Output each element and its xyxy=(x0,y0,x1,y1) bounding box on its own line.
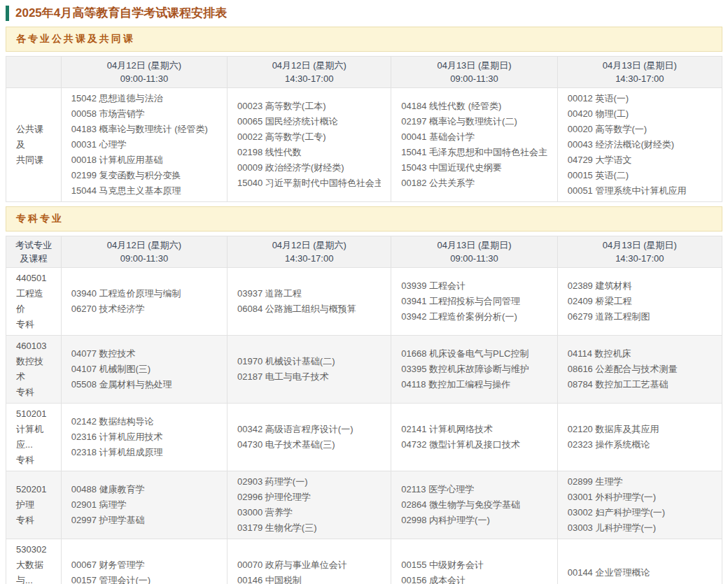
course-cell: 02389 建筑材料02409 桥梁工程06279 道路工程制图 xyxy=(557,268,722,336)
header-date-line: 04月12日 (星期六) xyxy=(64,59,224,72)
course-item: 02998 内科护理学(一) xyxy=(401,513,547,528)
course-item: 00031 心理学 xyxy=(71,137,217,152)
table-row: 510201计算机应...专科02142 数据结构导论02316 计算机应用技术… xyxy=(6,404,722,471)
course-item: 04184 线性代数 (经管类) xyxy=(401,99,547,114)
table-row: 440501工程造价专科03940 工程造价原理与编制06270 技术经济学03… xyxy=(6,268,722,336)
header-date-line: 04月12日 (星期六) xyxy=(64,238,224,252)
row-label-line: 共同课 xyxy=(16,152,51,168)
course-item: 06279 道路工程制图 xyxy=(568,309,712,325)
date-column-header: 04月13日 (星期日)14:30-17:00 xyxy=(557,57,722,88)
course-item: 04729 大学语文 xyxy=(568,152,712,168)
table-row: 520201护理专科00488 健康教育学02901 病理学02997 护理学基… xyxy=(6,471,722,539)
header-time-line: 14:30-17:00 xyxy=(561,252,719,265)
course-item: 00009 政治经济学(财经类) xyxy=(237,160,381,176)
course-cell: 00012 英语(一)00420 物理(工)00020 高等数学(一)00043… xyxy=(557,88,722,202)
header-time-line: 14:30-17:00 xyxy=(561,72,719,85)
course-item: 15041 毛泽东思想和中国特色社会主义理论... xyxy=(401,145,547,160)
header-time-line xyxy=(9,72,58,85)
course-item: 02120 数据库及其应用 xyxy=(568,422,712,437)
course-item: 02199 复变函数与积分变换 xyxy=(71,168,217,183)
section-band: 各专业公共课及共同课 xyxy=(6,27,722,52)
course-item: 02197 概率论与数理统计(二) xyxy=(401,114,547,129)
course-cell: 00144 企业管理概论 xyxy=(557,539,722,584)
table-row: 460103数控技术专科04077 数控技术04107 机械制图(三)05508… xyxy=(6,336,722,404)
course-item: 08616 公差配合与技术测量 xyxy=(568,362,712,377)
course-item: 02864 微生物学与免疫学基础 xyxy=(401,497,547,513)
date-column-header: 04月13日 (星期日)09:00-11:30 xyxy=(391,57,557,88)
course-cell: 04077 数控技术04107 机械制图(三)05508 金属材料与热处理 xyxy=(61,336,227,404)
date-column-header: 04月13日 (星期日)09:00-11:30 xyxy=(391,236,557,268)
course-cell: 00023 高等数学(工本)00065 国民经济统计概论00022 高等数学(工… xyxy=(227,88,391,202)
course-item: 00144 企业管理概论 xyxy=(568,565,712,581)
course-item: 00156 成本会计 xyxy=(401,573,547,584)
header-date-line: 04月12日 (星期六) xyxy=(230,59,388,72)
row-label-line: 工程造价 xyxy=(16,286,51,317)
date-column-header: 04月12日 (星期六)09:00-11:30 xyxy=(61,57,227,88)
header-time-line: 09:00-11:30 xyxy=(394,72,554,85)
course-item: 03941 工程招投标与合同管理 xyxy=(401,294,547,309)
course-item: 02409 桥梁工程 xyxy=(568,294,712,309)
exam-schedule-page: 2025年4月高等教育自学考试课程安排表 各专业公共课及共同课 04月12日 (… xyxy=(0,0,728,584)
header-time-line: 09:00-11:30 xyxy=(64,252,224,265)
course-item: 03942 工程造价案例分析(一) xyxy=(401,309,547,325)
course-item: 15040 习近平新时代中国特色社会主义思想... xyxy=(237,176,381,191)
course-item: 00146 中国税制 xyxy=(237,573,381,584)
course-item: 03940 工程造价原理与编制 xyxy=(71,286,217,301)
course-item: 02996 护理伦理学 xyxy=(237,490,381,505)
course-item: 04114 数控机床 xyxy=(568,346,712,362)
course-item: 00018 计算机应用基础 xyxy=(71,152,217,168)
course-cell: 04184 线性代数 (经管类)02197 概率论与数理统计(二)00041 基… xyxy=(391,88,557,202)
course-item: 02113 医学心理学 xyxy=(401,482,547,497)
course-item: 02903 药理学(一) xyxy=(237,474,381,490)
row-label-line: 510201 xyxy=(16,406,51,422)
course-item: 04732 微型计算机及接口技术 xyxy=(401,437,547,453)
course-item: 05508 金属材料与热处理 xyxy=(71,377,217,392)
page-header: 2025年4月高等教育自学考试课程安排表 xyxy=(6,0,722,23)
row-label-line: 460103 xyxy=(16,339,51,354)
header-time-line: 14:30-17:00 xyxy=(230,72,388,85)
sections-container: 各专业公共课及共同课 04月12日 (星期六)09:00-11:3004月12日… xyxy=(6,27,722,584)
course-item: 00067 财务管理学 xyxy=(71,557,217,573)
schedule-table: 04月12日 (星期六)09:00-11:3004月12日 (星期六)14:30… xyxy=(6,56,722,202)
course-cell: 02141 计算机网络技术04732 微型计算机及接口技术 xyxy=(391,404,557,471)
course-item: 00070 政府与事业单位会计 xyxy=(237,557,381,573)
course-item: 00155 中级财务会计 xyxy=(401,557,547,573)
course-item: 02316 计算机应用技术 xyxy=(71,429,217,445)
course-item: 04183 概率论与数理统计 (经管类) xyxy=(71,122,217,137)
course-item: 00012 英语(一) xyxy=(568,91,712,106)
header-time-line: 09:00-11:30 xyxy=(64,72,224,85)
page-title: 2025年4月高等教育自学考试课程安排表 xyxy=(15,5,227,21)
course-item: 02997 护理学基础 xyxy=(71,513,217,528)
course-item: 15044 马克思主义基本原理 xyxy=(71,183,217,199)
course-item: 00051 管理系统中计算机应用 xyxy=(568,183,712,199)
course-item: 04730 电子技术基础(三) xyxy=(237,437,381,453)
course-item: 04107 机械制图(三) xyxy=(71,362,217,377)
header-date-line: 04月13日 (星期日) xyxy=(394,238,554,252)
row-label: 520201护理专科 xyxy=(6,471,62,539)
row-label-line: 530302 xyxy=(16,542,51,557)
row-label-line: 计算机应... xyxy=(16,422,51,453)
row-label-line: 520201 xyxy=(16,482,51,497)
header-date-line: 04月12日 (星期六) xyxy=(230,238,388,252)
header-row: 04月12日 (星期六)09:00-11:3004月12日 (星期六)14:30… xyxy=(6,57,722,88)
table-row: 530302大数据与...专科00067 财务管理学00157 管理会计(一)0… xyxy=(6,539,722,584)
table-row: 公共课及共同课15042 思想道德与法治00058 市场营销学04183 概率论… xyxy=(6,88,722,202)
course-item: 02318 计算机组成原理 xyxy=(71,445,217,460)
course-item: 03939 工程会计 xyxy=(401,278,547,294)
course-item: 00342 高级语言程序设计(一) xyxy=(237,422,381,437)
schedule-table: 考试专业及课程04月12日 (星期六)09:00-11:3004月12日 (星期… xyxy=(6,236,722,584)
date-column-header: 04月12日 (星期六)09:00-11:30 xyxy=(61,236,227,268)
course-item: 02187 电工与电子技术 xyxy=(237,369,381,385)
course-cell: 01970 机械设计基础(二)02187 电工与电子技术 xyxy=(227,336,391,404)
row-label-line: 专科 xyxy=(16,453,51,468)
course-cell: 00155 中级财务会计00156 成本会计 xyxy=(391,539,557,584)
course-item: 00182 公共关系学 xyxy=(401,176,547,191)
header-date-line: 04月13日 (星期日) xyxy=(561,59,719,72)
course-item: 02323 操作系统概论 xyxy=(568,437,712,453)
course-item: 02899 生理学 xyxy=(568,474,712,490)
row-label-line: 大数据与... xyxy=(16,557,51,584)
header-time-line: 09:00-11:30 xyxy=(394,252,554,265)
course-cell: 15042 思想道德与法治00058 市场营销学04183 概率论与数理统计 (… xyxy=(61,88,227,202)
course-item: 00043 经济法概论(财经类) xyxy=(568,137,712,152)
corner-header: 考试专业及课程 xyxy=(6,236,62,268)
